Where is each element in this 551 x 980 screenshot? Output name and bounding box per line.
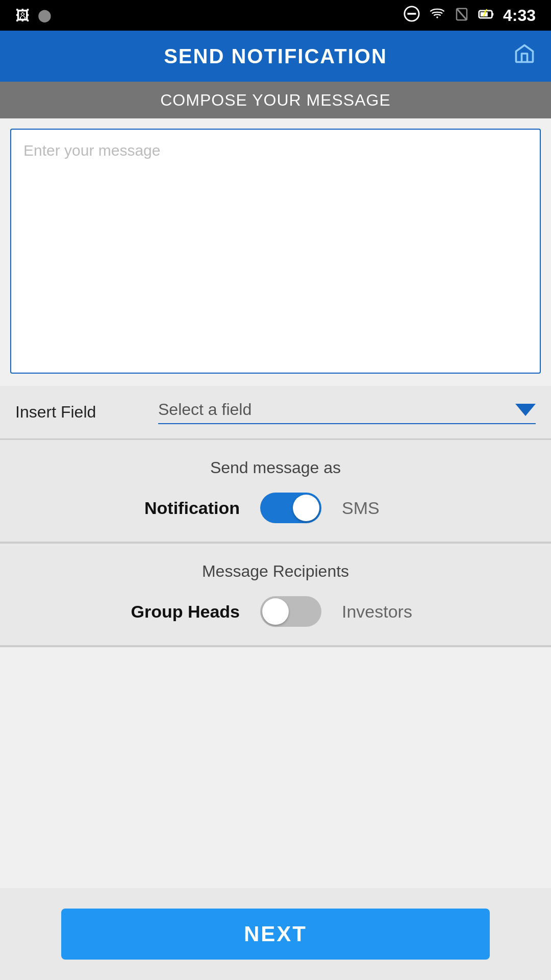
investors-label: Investors <box>342 602 423 622</box>
group-heads-toggle-track <box>260 596 321 627</box>
send-message-as-title: Send message as <box>15 458 536 477</box>
recipients-toggle-row: Group Heads Investors <box>15 596 536 627</box>
next-button-container: NEXT <box>0 888 551 980</box>
dropdown-arrow-icon <box>515 404 536 416</box>
wifi-icon <box>429 7 446 24</box>
sms-label: SMS <box>342 498 423 518</box>
message-input[interactable] <box>10 129 541 374</box>
notification-toggle[interactable] <box>260 493 321 523</box>
home-button[interactable] <box>513 42 536 70</box>
insert-field-row: Insert Field Select a field <box>0 386 551 439</box>
compose-header-text: COMPOSE YOUR MESSAGE <box>160 91 391 110</box>
message-area <box>0 118 551 386</box>
app-header: SEND NOTIFICATION <box>0 31 551 82</box>
message-recipients-section: Message Recipients Group Heads Investors <box>0 544 551 646</box>
select-field-text: Select a field <box>158 400 515 419</box>
notification-label: Notification <box>128 498 240 518</box>
svg-rect-6 <box>492 13 493 16</box>
photo-icon: 🖼 <box>15 7 30 24</box>
group-heads-toggle-thumb <box>262 598 289 625</box>
status-bar: 🖼 ⬤ 4:33 <box>0 0 551 31</box>
status-bar-left: 🖼 ⬤ <box>15 7 52 24</box>
no-sim-icon <box>454 6 469 25</box>
notification-toggle-thumb <box>293 495 319 521</box>
insert-field-label: Insert Field <box>15 403 148 422</box>
status-time: 4:33 <box>503 6 536 25</box>
select-field-dropdown[interactable]: Select a field <box>158 400 536 424</box>
svg-point-2 <box>436 16 438 18</box>
svg-line-4 <box>457 9 467 20</box>
app-header-title: SEND NOTIFICATION <box>164 45 387 68</box>
notification-toggle-row: Notification SMS <box>15 493 536 523</box>
group-heads-label: Group Heads <box>128 602 240 622</box>
next-button[interactable]: NEXT <box>61 909 490 960</box>
status-bar-right: 4:33 <box>403 5 536 26</box>
lens-icon: ⬤ <box>38 8 52 22</box>
compose-header: COMPOSE YOUR MESSAGE <box>0 82 551 118</box>
group-heads-toggle[interactable] <box>260 596 321 627</box>
send-message-as-section: Send message as Notification SMS <box>0 440 551 543</box>
battery-icon <box>478 6 495 25</box>
do-not-disturb-icon <box>403 5 420 26</box>
divider-3 <box>0 646 551 647</box>
notification-toggle-track <box>260 493 321 523</box>
message-recipients-title: Message Recipients <box>15 562 536 581</box>
